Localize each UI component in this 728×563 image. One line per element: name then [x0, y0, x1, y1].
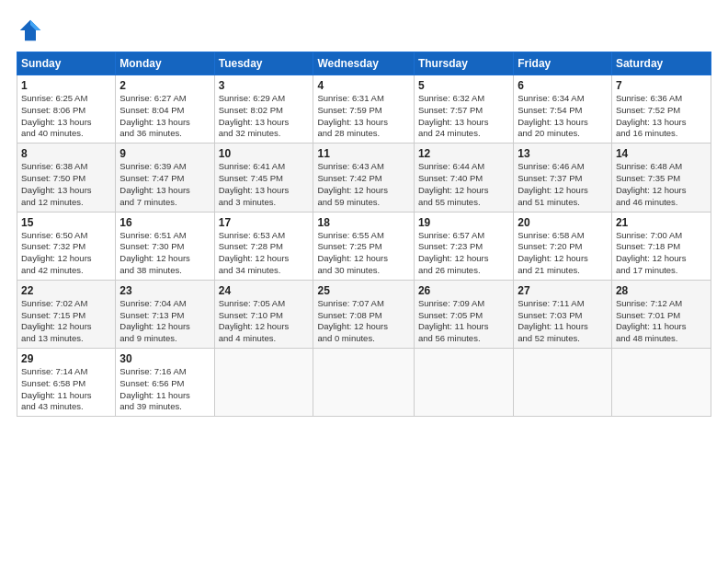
calendar-header-row: SundayMondayTuesdayWednesdayThursdayFrid… — [17, 52, 711, 75]
calendar-day-cell: 1Sunrise: 6:25 AM Sunset: 8:06 PM Daylig… — [17, 75, 116, 144]
day-number: 4 — [317, 79, 409, 92]
day-number: 2 — [119, 79, 210, 92]
calendar-week-1: 1Sunrise: 6:25 AM Sunset: 8:06 PM Daylig… — [17, 75, 711, 144]
day-info: Sunrise: 6:31 AM Sunset: 7:59 PM Dayligh… — [317, 93, 409, 140]
calendar-day-cell: 10Sunrise: 6:41 AM Sunset: 7:45 PM Dayli… — [214, 144, 313, 212]
day-header-monday: Monday — [116, 52, 214, 75]
calendar-day-cell: 14Sunrise: 6:48 AM Sunset: 7:35 PM Dayli… — [611, 144, 711, 212]
day-number: 24 — [219, 284, 310, 297]
day-number: 9 — [119, 147, 210, 160]
logo-icon — [17, 17, 44, 44]
day-info: Sunrise: 7:09 AM Sunset: 7:05 PM Dayligh… — [418, 298, 509, 345]
day-header-wednesday: Wednesday — [313, 52, 414, 75]
calendar-day-cell: 8Sunrise: 6:38 AM Sunset: 7:50 PM Daylig… — [17, 144, 116, 212]
calendar-day-cell: 18Sunrise: 6:55 AM Sunset: 7:25 PM Dayli… — [313, 212, 414, 280]
day-number: 19 — [418, 216, 509, 229]
day-info: Sunrise: 6:39 AM Sunset: 7:47 PM Dayligh… — [119, 161, 210, 208]
calendar-day-cell: 23Sunrise: 7:04 AM Sunset: 7:13 PM Dayli… — [116, 280, 214, 348]
day-number: 29 — [21, 352, 111, 365]
day-info: Sunrise: 6:50 AM Sunset: 7:32 PM Dayligh… — [21, 230, 111, 277]
day-info: Sunrise: 7:07 AM Sunset: 7:08 PM Dayligh… — [317, 298, 409, 345]
day-number: 30 — [119, 352, 210, 365]
calendar-week-5: 29Sunrise: 7:14 AM Sunset: 6:58 PM Dayli… — [17, 349, 711, 417]
day-info: Sunrise: 6:57 AM Sunset: 7:23 PM Dayligh… — [418, 230, 509, 277]
day-info: Sunrise: 7:11 AM Sunset: 7:03 PM Dayligh… — [518, 298, 608, 345]
header — [17, 17, 711, 44]
day-info: Sunrise: 7:14 AM Sunset: 6:58 PM Dayligh… — [21, 366, 111, 413]
day-info: Sunrise: 7:02 AM Sunset: 7:15 PM Dayligh… — [21, 298, 111, 345]
calendar-day-cell: 9Sunrise: 6:39 AM Sunset: 7:47 PM Daylig… — [116, 144, 214, 212]
day-header-tuesday: Tuesday — [214, 52, 313, 75]
day-info: Sunrise: 7:12 AM Sunset: 7:01 PM Dayligh… — [616, 298, 707, 345]
calendar-day-cell — [313, 349, 414, 417]
day-info: Sunrise: 6:51 AM Sunset: 7:30 PM Dayligh… — [119, 230, 210, 277]
calendar-week-3: 15Sunrise: 6:50 AM Sunset: 7:32 PM Dayli… — [17, 212, 711, 280]
calendar-day-cell: 7Sunrise: 6:36 AM Sunset: 7:52 PM Daylig… — [611, 75, 711, 144]
day-number: 26 — [418, 284, 509, 297]
day-header-thursday: Thursday — [414, 52, 513, 75]
calendar-day-cell — [214, 349, 313, 417]
day-info: Sunrise: 6:34 AM Sunset: 7:54 PM Dayligh… — [518, 93, 608, 140]
calendar-day-cell: 12Sunrise: 6:44 AM Sunset: 7:40 PM Dayli… — [414, 144, 513, 212]
day-info: Sunrise: 6:58 AM Sunset: 7:20 PM Dayligh… — [518, 230, 608, 277]
calendar-week-4: 22Sunrise: 7:02 AM Sunset: 7:15 PM Dayli… — [17, 280, 711, 348]
day-number: 22 — [21, 284, 111, 297]
day-number: 7 — [616, 79, 707, 92]
day-header-saturday: Saturday — [611, 52, 711, 75]
day-number: 5 — [418, 79, 509, 92]
day-number: 27 — [518, 284, 608, 297]
day-number: 15 — [21, 216, 111, 229]
day-number: 16 — [119, 216, 210, 229]
calendar-day-cell: 15Sunrise: 6:50 AM Sunset: 7:32 PM Dayli… — [17, 212, 116, 280]
day-info: Sunrise: 6:41 AM Sunset: 7:45 PM Dayligh… — [219, 161, 310, 208]
calendar-day-cell — [414, 349, 513, 417]
day-number: 21 — [616, 216, 707, 229]
day-info: Sunrise: 6:27 AM Sunset: 8:04 PM Dayligh… — [119, 93, 210, 140]
logo — [17, 17, 48, 44]
day-info: Sunrise: 7:05 AM Sunset: 7:10 PM Dayligh… — [219, 298, 310, 345]
day-number: 20 — [518, 216, 608, 229]
day-info: Sunrise: 6:32 AM Sunset: 7:57 PM Dayligh… — [418, 93, 509, 140]
day-info: Sunrise: 7:16 AM Sunset: 6:56 PM Dayligh… — [119, 366, 210, 413]
day-number: 3 — [219, 79, 310, 92]
calendar-day-cell — [611, 349, 711, 417]
calendar-day-cell: 28Sunrise: 7:12 AM Sunset: 7:01 PM Dayli… — [611, 280, 711, 348]
day-number: 28 — [616, 284, 707, 297]
day-info: Sunrise: 7:04 AM Sunset: 7:13 PM Dayligh… — [119, 298, 210, 345]
day-info: Sunrise: 7:00 AM Sunset: 7:18 PM Dayligh… — [616, 230, 707, 277]
calendar-day-cell: 20Sunrise: 6:58 AM Sunset: 7:20 PM Dayli… — [514, 212, 612, 280]
calendar-day-cell: 21Sunrise: 7:00 AM Sunset: 7:18 PM Dayli… — [611, 212, 711, 280]
calendar-day-cell: 19Sunrise: 6:57 AM Sunset: 7:23 PM Dayli… — [414, 212, 513, 280]
day-number: 18 — [317, 216, 409, 229]
calendar-day-cell: 4Sunrise: 6:31 AM Sunset: 7:59 PM Daylig… — [313, 75, 414, 144]
calendar-day-cell — [514, 349, 612, 417]
calendar-day-cell: 27Sunrise: 7:11 AM Sunset: 7:03 PM Dayli… — [514, 280, 612, 348]
day-info: Sunrise: 6:25 AM Sunset: 8:06 PM Dayligh… — [21, 93, 111, 140]
calendar-table: SundayMondayTuesdayWednesdayThursdayFrid… — [17, 52, 711, 417]
calendar-day-cell: 30Sunrise: 7:16 AM Sunset: 6:56 PM Dayli… — [116, 349, 214, 417]
day-number: 6 — [518, 79, 608, 92]
day-info: Sunrise: 6:38 AM Sunset: 7:50 PM Dayligh… — [21, 161, 111, 208]
day-number: 8 — [21, 147, 111, 160]
day-number: 1 — [21, 79, 111, 92]
calendar-day-cell: 2Sunrise: 6:27 AM Sunset: 8:04 PM Daylig… — [116, 75, 214, 144]
day-number: 11 — [317, 147, 409, 160]
day-info: Sunrise: 6:43 AM Sunset: 7:42 PM Dayligh… — [317, 161, 409, 208]
day-header-friday: Friday — [514, 52, 612, 75]
day-info: Sunrise: 6:53 AM Sunset: 7:28 PM Dayligh… — [219, 230, 310, 277]
calendar-day-cell: 6Sunrise: 6:34 AM Sunset: 7:54 PM Daylig… — [514, 75, 612, 144]
calendar-day-cell: 3Sunrise: 6:29 AM Sunset: 8:02 PM Daylig… — [214, 75, 313, 144]
day-info: Sunrise: 6:36 AM Sunset: 7:52 PM Dayligh… — [616, 93, 707, 140]
calendar-day-cell: 11Sunrise: 6:43 AM Sunset: 7:42 PM Dayli… — [313, 144, 414, 212]
day-info: Sunrise: 6:48 AM Sunset: 7:35 PM Dayligh… — [616, 161, 707, 208]
calendar-day-cell: 22Sunrise: 7:02 AM Sunset: 7:15 PM Dayli… — [17, 280, 116, 348]
day-number: 17 — [219, 216, 310, 229]
day-number: 14 — [616, 147, 707, 160]
day-info: Sunrise: 6:44 AM Sunset: 7:40 PM Dayligh… — [418, 161, 509, 208]
calendar-day-cell: 24Sunrise: 7:05 AM Sunset: 7:10 PM Dayli… — [214, 280, 313, 348]
page: SundayMondayTuesdayWednesdayThursdayFrid… — [0, 0, 728, 563]
calendar-day-cell: 26Sunrise: 7:09 AM Sunset: 7:05 PM Dayli… — [414, 280, 513, 348]
calendar-day-cell: 25Sunrise: 7:07 AM Sunset: 7:08 PM Dayli… — [313, 280, 414, 348]
day-header-sunday: Sunday — [17, 52, 116, 75]
day-number: 13 — [518, 147, 608, 160]
